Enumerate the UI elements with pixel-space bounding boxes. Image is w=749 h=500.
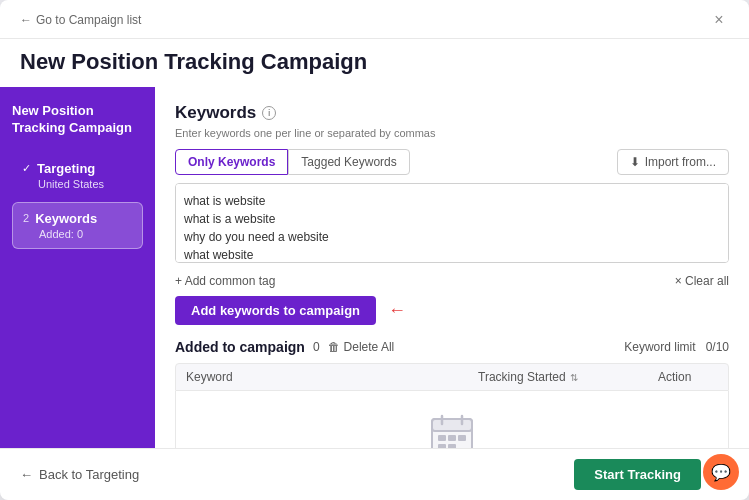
sidebar: New Position Tracking Campaign ✓ Targeti…	[0, 87, 155, 448]
col-action-header: Action	[658, 370, 718, 384]
svg-rect-1	[432, 419, 472, 431]
svg-rect-4	[438, 435, 446, 441]
back-arrow-icon: ←	[20, 467, 33, 482]
back-link-label: Go to Campaign list	[36, 13, 141, 27]
section-title: Keywords i	[175, 103, 729, 123]
sidebar-keywords-sub: Added: 0	[23, 228, 132, 240]
tag-clear-row: + Add common tag × Clear all	[175, 274, 729, 288]
arrow-indicator: ←	[388, 300, 406, 321]
import-button[interactable]: ⬇ Import from...	[617, 149, 729, 175]
trash-icon: 🗑	[328, 340, 340, 354]
add-keywords-button[interactable]: Add keywords to campaign	[175, 296, 376, 325]
check-icon: ✓	[22, 162, 31, 175]
close-button[interactable]: ×	[709, 10, 729, 30]
chat-support-button[interactable]: 💬	[703, 454, 739, 490]
sidebar-item-targeting[interactable]: ✓ Targeting United States	[12, 153, 143, 198]
tab-only-keywords[interactable]: Only Keywords	[175, 149, 288, 175]
modal-header: ← Go to Campaign list ×	[0, 0, 749, 39]
svg-rect-6	[458, 435, 466, 441]
col-tracking-header: Tracking Started ⇅	[478, 370, 658, 384]
sidebar-title: New Position Tracking Campaign	[12, 103, 143, 137]
sidebar-targeting-label: Targeting	[37, 161, 95, 176]
start-tracking-button[interactable]: Start Tracking	[574, 459, 701, 490]
keyword-limit: Keyword limit 0/10	[624, 340, 729, 354]
delete-all-button[interactable]: 🗑 Delete All	[328, 340, 395, 354]
keywords-step-number: 2	[23, 212, 29, 224]
tab-tagged-keywords[interactable]: Tagged Keywords	[288, 149, 409, 175]
back-to-campaign-link[interactable]: ← Go to Campaign list	[20, 13, 141, 27]
page-title: New Position Tracking Campaign	[0, 39, 749, 87]
tabs-group: Only Keywords Tagged Keywords	[175, 149, 410, 175]
col-keyword-header: Keyword	[186, 370, 478, 384]
arrow-left-icon: ←	[20, 13, 32, 27]
modal-body: New Position Tracking Campaign ✓ Targeti…	[0, 87, 749, 448]
sidebar-keywords-label: Keywords	[35, 211, 97, 226]
sidebar-targeting-sub: United States	[22, 178, 133, 190]
empty-state: No keywords added yet i	[175, 391, 729, 448]
chat-icon: 💬	[711, 463, 731, 482]
calendar-icon	[427, 411, 477, 448]
keywords-textarea[interactable]: what is website what is a website why do…	[175, 183, 729, 263]
keywords-subtitle: Enter keywords one per line or separated…	[175, 127, 729, 139]
main-content: Keywords i Enter keywords one per line o…	[155, 87, 749, 448]
table-header: Keyword Tracking Started ⇅ Action	[175, 363, 729, 391]
modal-footer: ← Back to Targeting Start Tracking ←	[0, 448, 749, 500]
added-count-badge: 0	[313, 340, 320, 354]
keywords-info-icon[interactable]: i	[262, 106, 276, 120]
added-title: Added to campaign 0 🗑 Delete All	[175, 339, 394, 355]
back-to-targeting-button[interactable]: ← Back to Targeting	[20, 467, 139, 482]
sidebar-item-keywords[interactable]: 2 Keywords Added: 0	[12, 202, 143, 249]
add-common-tag-button[interactable]: + Add common tag	[175, 274, 275, 288]
tabs-row: Only Keywords Tagged Keywords ⬇ Import f…	[175, 149, 729, 175]
download-icon: ⬇	[630, 155, 640, 169]
modal-container: ← Go to Campaign list × New Position Tra…	[0, 0, 749, 500]
added-section-header: Added to campaign 0 🗑 Delete All Keyword…	[175, 339, 729, 355]
clear-all-button[interactable]: × Clear all	[675, 274, 729, 288]
svg-rect-5	[448, 435, 456, 441]
sort-icon[interactable]: ⇅	[570, 372, 578, 383]
